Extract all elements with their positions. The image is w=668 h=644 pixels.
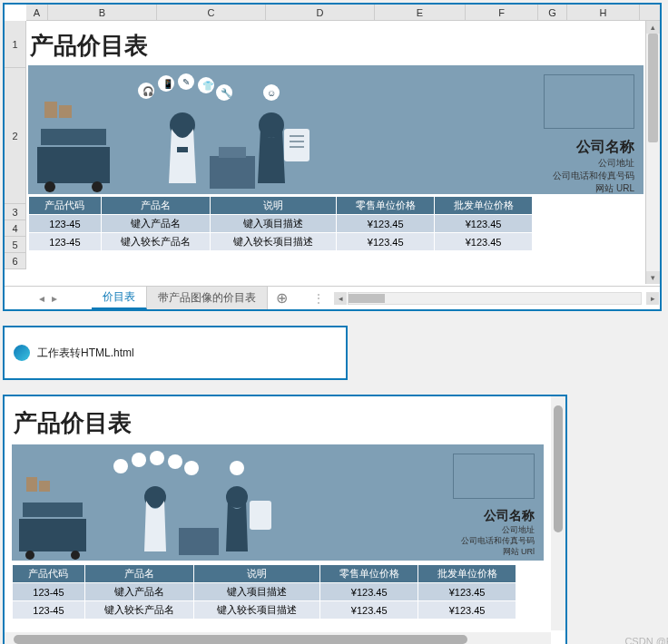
svg-rect-21 [284, 129, 309, 161]
row-header[interactable]: 5 [5, 237, 26, 253]
horizontal-scrollbar[interactable] [5, 632, 551, 644]
col-header[interactable]: G [538, 5, 567, 20]
svg-rect-28 [23, 503, 83, 517]
svg-text:📱: 📱 [162, 78, 174, 90]
cell[interactable]: 123-45 [29, 233, 102, 251]
scroll-thumb[interactable] [14, 635, 467, 644]
svg-rect-4 [44, 102, 57, 118]
col-wholesale-price[interactable]: 批发单位价格 [435, 197, 533, 215]
svg-text:✎: ✎ [182, 77, 190, 87]
row-header[interactable]: 2 [5, 68, 26, 204]
cell: 键入产品名 [84, 583, 193, 601]
cell[interactable]: ¥123.45 [337, 215, 435, 233]
table-row: 123-45 键入产品名 键入项目描述 ¥123.45 ¥123.45 [13, 583, 516, 601]
scroll-left-button[interactable]: ◂ [334, 292, 347, 305]
col-header[interactable]: H [567, 5, 640, 20]
table-row[interactable]: 123-45 键入较长产品名 键入较长项目描述 ¥123.45 ¥123.45 [29, 233, 533, 251]
svg-point-34 [132, 453, 146, 467]
col-description: 说明 [193, 565, 320, 583]
worksheet-content[interactable]: 产品价目表 🎧📱✎👕🔧 ☺ [26, 21, 645, 251]
company-url: 网站 URL [553, 182, 634, 195]
col-product-name[interactable]: 产品名 [101, 197, 210, 215]
svg-text:🔧: 🔧 [221, 87, 232, 99]
company-address: 公司地址 [553, 157, 634, 170]
col-header[interactable]: A [26, 5, 48, 20]
add-sheet-button[interactable]: ⊕ [268, 289, 295, 307]
company-name: 公司名称 [461, 508, 535, 524]
price-list-table: 产品代码 产品名 说明 零售单位价格 批发单位价格 123-45 键入产品名 键… [28, 196, 533, 251]
col-header[interactable]: C [157, 5, 266, 20]
cell[interactable]: 键入项目描述 [210, 215, 337, 233]
row-header-column: 1 2 3 4 5 6 [5, 21, 26, 269]
cell[interactable]: ¥123.45 [337, 233, 435, 251]
html-content[interactable]: 产品价目表 公司名称 公司地址 公司电话和传真号码 网 [8, 400, 547, 629]
svg-text:☺: ☺ [267, 88, 276, 98]
row-header[interactable]: 4 [5, 220, 26, 237]
watermark: CSDN @Eiceblue [624, 636, 668, 644]
row-header[interactable]: 1 [5, 21, 26, 68]
vertical-scrollbar[interactable]: ▴ ▾ [645, 21, 660, 284]
table-header-row: 产品代码 产品名 说明 零售单位价格 批发单位价格 [13, 565, 516, 583]
svg-point-36 [168, 454, 182, 469]
row-header[interactable]: 6 [5, 253, 26, 269]
svg-point-33 [113, 459, 128, 473]
col-header[interactable]: D [266, 5, 375, 20]
cell[interactable]: 键入较长产品名 [101, 233, 210, 251]
cell: ¥123.45 [418, 583, 516, 601]
cell[interactable]: ¥123.45 [435, 215, 533, 233]
col-header[interactable]: E [375, 5, 466, 20]
svg-point-35 [150, 451, 164, 465]
table-header-row: 产品代码 产品名 说明 零售单位价格 批发单位价格 [29, 197, 533, 215]
vertical-scrollbar[interactable] [551, 396, 565, 630]
company-phone: 公司电话和传真号码 [461, 535, 535, 546]
banner-image: 公司名称 公司地址 公司电话和传真号码 网站 URl [12, 444, 544, 561]
company-url: 网站 URl [461, 546, 535, 557]
scroll-thumb[interactable] [648, 34, 658, 142]
svg-rect-27 [19, 519, 86, 551]
cell: ¥123.45 [418, 601, 516, 620]
svg-point-29 [25, 551, 34, 560]
table-row[interactable]: 123-45 键入产品名 键入项目描述 ¥123.45 ¥123.45 [29, 215, 533, 233]
cell[interactable]: 键入产品名 [101, 215, 210, 233]
tab-nav-buttons[interactable]: ◂▸ [5, 287, 92, 309]
output-file-item[interactable]: 工作表转HTML.html [3, 326, 348, 380]
scroll-right-button[interactable]: ▸ [646, 292, 659, 305]
cell[interactable]: 键入较长项目描述 [210, 233, 337, 251]
sheet-tab-bar: ◂▸ 价目表 带产品图像的价目表 ⊕ ⋮ ◂ ▸ [5, 286, 660, 309]
scroll-down-button[interactable]: ▾ [646, 271, 660, 284]
company-address: 公司地址 [461, 524, 535, 535]
svg-point-2 [44, 181, 55, 192]
cell[interactable]: ¥123.45 [435, 233, 533, 251]
svg-point-30 [71, 551, 80, 560]
html-output-window: 产品价目表 公司名称 公司地址 公司电话和传真号码 网 [3, 395, 567, 644]
scroll-up-button[interactable]: ▴ [646, 21, 660, 34]
scroll-thumb[interactable] [554, 405, 563, 532]
cell[interactable]: 123-45 [29, 215, 102, 233]
column-header-row: A B C D E F G H [26, 5, 660, 21]
company-info: 公司名称 公司地址 公司电话和传真号码 网站 URL [553, 138, 634, 195]
svg-rect-1 [41, 129, 106, 145]
col-product-code[interactable]: 产品代码 [29, 197, 102, 215]
svg-text:👕: 👕 [202, 80, 214, 92]
col-description[interactable]: 说明 [210, 197, 337, 215]
price-list-table: 产品代码 产品名 说明 零售单位价格 批发单位价格 123-45 键入产品名 键… [12, 564, 516, 620]
col-wholesale-price: 批发单位价格 [418, 565, 516, 583]
sheet-tab-active[interactable]: 价目表 [92, 287, 147, 309]
horizontal-scrollbar[interactable]: ⋮ ◂ ▸ [313, 292, 660, 305]
cell: 123-45 [13, 583, 85, 601]
svg-point-39 [230, 461, 244, 475]
table-row: 123-45 键入较长产品名 键入较长项目描述 ¥123.45 ¥123.45 [13, 601, 516, 620]
col-header[interactable]: F [466, 5, 538, 20]
col-retail-price[interactable]: 零售单位价格 [337, 197, 435, 215]
svg-rect-32 [39, 481, 50, 492]
sheet-tab-inactive[interactable]: 带产品图像的价目表 [147, 287, 268, 309]
cell: 键入较长项目描述 [193, 601, 320, 620]
company-info: 公司名称 公司地址 公司电话和传真号码 网站 URl [461, 508, 535, 557]
scroll-thumb[interactable] [349, 294, 385, 303]
svg-point-3 [92, 181, 103, 192]
svg-rect-0 [37, 147, 110, 183]
col-retail-price: 零售单位价格 [320, 565, 418, 583]
row-header[interactable]: 3 [5, 204, 26, 220]
banner-image: 🎧📱✎👕🔧 ☺ 公司名称 公司地址 公司电话和传真号码 网站 URL [28, 65, 643, 194]
col-header[interactable]: B [48, 5, 157, 20]
